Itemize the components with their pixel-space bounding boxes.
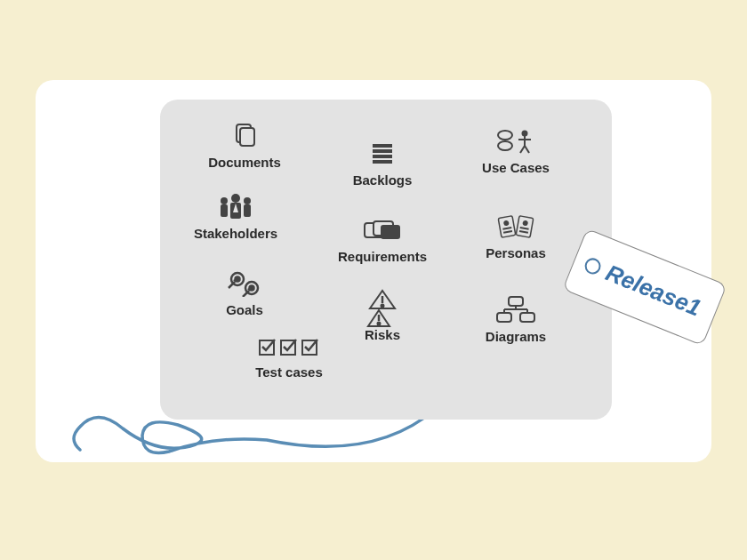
- svg-point-13: [221, 197, 228, 204]
- risks-icon: [325, 293, 440, 324]
- backlogs-icon: [325, 139, 440, 169]
- diagrams-icon: [458, 295, 574, 325]
- documents-icon: [187, 121, 302, 151]
- svg-rect-50: [520, 313, 534, 322]
- usecases-label: Use Cases: [458, 160, 574, 175]
- svg-rect-5: [373, 160, 392, 164]
- svg-rect-22: [381, 225, 400, 239]
- backlogs-label: Backlogs: [325, 172, 440, 188]
- item-documents: Documents: [187, 121, 302, 170]
- requirements-label: Requirements: [325, 249, 440, 264]
- goals-label: Goals: [187, 302, 302, 317]
- stakeholders-label: Stakeholders: [178, 226, 293, 241]
- svg-rect-48: [509, 297, 523, 306]
- risks-label: Risks: [325, 327, 440, 342]
- testcases-label: Test cases: [231, 364, 347, 380]
- svg-point-15: [231, 194, 240, 203]
- svg-point-47: [378, 323, 381, 325]
- item-stakeholders: Stakeholders: [178, 192, 293, 241]
- diagrams-label: Diagrams: [458, 329, 574, 344]
- svg-point-17: [244, 197, 251, 204]
- goals-icon: [187, 268, 302, 299]
- item-risks: Risks: [325, 293, 440, 342]
- documents-label: Documents: [187, 155, 302, 170]
- svg-rect-27: [516, 216, 534, 237]
- svg-line-11: [520, 146, 525, 153]
- release-tag-label: Release1: [602, 259, 705, 322]
- svg-rect-4: [373, 155, 392, 158]
- item-backlogs: Backlogs: [325, 139, 440, 188]
- item-personas: Personas: [458, 212, 574, 260]
- requirements-icon: [325, 215, 440, 245]
- personas-label: Personas: [458, 245, 574, 260]
- item-diagrams: Diagrams: [458, 295, 574, 344]
- artifact-panel: Documents Backlogs Use Cases: [160, 100, 612, 420]
- svg-rect-18: [244, 204, 251, 217]
- personas-icon: [458, 212, 574, 242]
- usecases-icon: [458, 126, 574, 156]
- main-card: Documents Backlogs Use Cases: [36, 80, 711, 462]
- svg-rect-2: [373, 144, 392, 148]
- stakeholders-icon: [178, 192, 293, 222]
- svg-rect-23: [498, 216, 516, 237]
- svg-rect-1: [240, 128, 254, 146]
- item-goals: Goals: [187, 268, 302, 317]
- svg-point-8: [522, 131, 528, 137]
- item-usecases: Use Cases: [458, 126, 574, 175]
- svg-rect-14: [221, 204, 228, 217]
- svg-point-7: [498, 141, 512, 150]
- svg-rect-3: [373, 149, 392, 153]
- svg-rect-49: [497, 313, 511, 322]
- svg-line-12: [525, 146, 529, 153]
- svg-point-6: [498, 131, 512, 140]
- svg-point-44: [382, 305, 384, 308]
- item-requirements: Requirements: [325, 215, 440, 264]
